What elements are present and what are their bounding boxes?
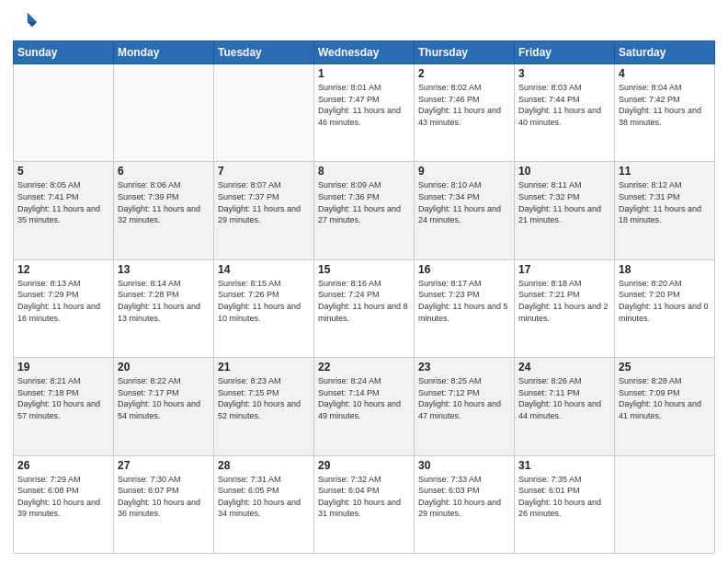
calendar-cell: 23Sunrise: 8:25 AMSunset: 7:12 PMDayligh… (415, 358, 515, 455)
calendar-table: SundayMondayTuesdayWednesdayThursdayFrid… (13, 40, 715, 554)
calendar-cell: 3Sunrise: 8:03 AMSunset: 7:44 PMDaylight… (515, 64, 615, 162)
calendar-cell: 1Sunrise: 8:01 AMSunset: 7:47 PMDaylight… (314, 64, 415, 162)
day-info: Sunrise: 8:18 AMSunset: 7:21 PMDaylight:… (518, 278, 610, 324)
day-number: 23 (418, 361, 510, 373)
day-info: Sunrise: 8:04 AMSunset: 7:42 PMDaylight:… (619, 82, 711, 128)
calendar-cell (114, 64, 214, 162)
day-info: Sunrise: 8:06 AMSunset: 7:39 PMDaylight:… (118, 179, 210, 225)
day-info: Sunrise: 8:28 AMSunset: 7:09 PMDaylight:… (619, 375, 711, 421)
page: SundayMondayTuesdayWednesdayThursdayFrid… (0, 0, 728, 563)
day-info: Sunrise: 8:11 AMSunset: 7:32 PMDaylight:… (518, 179, 610, 225)
day-info: Sunrise: 8:07 AMSunset: 7:37 PMDaylight:… (218, 179, 310, 225)
day-info: Sunrise: 8:15 AMSunset: 7:26 PMDaylight:… (218, 278, 310, 324)
header (13, 9, 715, 35)
day-number: 11 (619, 165, 711, 178)
day-info: Sunrise: 8:23 AMSunset: 7:15 PMDaylight:… (218, 375, 310, 421)
weekday-header: Tuesday (214, 41, 314, 64)
day-info: Sunrise: 8:13 AMSunset: 7:29 PMDaylight:… (17, 278, 109, 324)
day-info: Sunrise: 8:26 AMSunset: 7:11 PMDaylight:… (518, 375, 610, 421)
svg-marker-1 (28, 22, 38, 27)
day-info: Sunrise: 7:30 AMSunset: 6:07 PMDaylight:… (118, 474, 210, 520)
weekday-header: Friday (515, 41, 615, 64)
calendar-cell: 21Sunrise: 8:23 AMSunset: 7:15 PMDayligh… (214, 358, 314, 455)
day-number: 7 (218, 165, 310, 178)
day-info: Sunrise: 8:22 AMSunset: 7:17 PMDaylight:… (118, 375, 210, 421)
calendar-week-row: 19Sunrise: 8:21 AMSunset: 7:18 PMDayligh… (14, 358, 715, 455)
day-number: 17 (518, 263, 610, 276)
calendar-week-row: 5Sunrise: 8:05 AMSunset: 7:41 PMDaylight… (14, 162, 715, 259)
day-number: 24 (518, 361, 610, 373)
day-number: 29 (318, 459, 410, 472)
day-number: 4 (619, 67, 711, 80)
calendar-cell: 18Sunrise: 8:20 AMSunset: 7:20 PMDayligh… (615, 259, 715, 357)
calendar-cell: 25Sunrise: 8:28 AMSunset: 7:09 PMDayligh… (615, 358, 715, 455)
calendar-cell: 29Sunrise: 7:32 AMSunset: 6:04 PMDayligh… (314, 455, 415, 553)
day-number: 18 (619, 263, 711, 276)
day-info: Sunrise: 8:21 AMSunset: 7:18 PMDaylight:… (17, 375, 109, 421)
day-number: 1 (318, 67, 410, 80)
day-info: Sunrise: 7:35 AMSunset: 6:01 PMDaylight:… (518, 474, 610, 520)
calendar-cell: 31Sunrise: 7:35 AMSunset: 6:01 PMDayligh… (515, 455, 615, 553)
calendar-cell: 20Sunrise: 8:22 AMSunset: 7:17 PMDayligh… (114, 358, 214, 455)
day-number: 15 (318, 263, 410, 276)
day-number: 10 (518, 165, 610, 178)
calendar-cell: 8Sunrise: 8:09 AMSunset: 7:36 PMDaylight… (314, 162, 415, 259)
calendar-cell: 13Sunrise: 8:14 AMSunset: 7:28 PMDayligh… (114, 259, 214, 357)
day-number: 12 (17, 263, 109, 276)
day-info: Sunrise: 8:12 AMSunset: 7:31 PMDaylight:… (619, 179, 711, 225)
calendar-cell (214, 64, 314, 162)
calendar-cell: 28Sunrise: 7:31 AMSunset: 6:05 PMDayligh… (214, 455, 314, 553)
day-info: Sunrise: 7:32 AMSunset: 6:04 PMDaylight:… (318, 474, 410, 520)
calendar-cell: 6Sunrise: 8:06 AMSunset: 7:39 PMDaylight… (114, 162, 214, 259)
day-number: 2 (418, 67, 510, 80)
calendar-cell: 12Sunrise: 8:13 AMSunset: 7:29 PMDayligh… (14, 259, 114, 357)
day-number: 20 (118, 361, 210, 373)
day-number: 6 (118, 165, 210, 178)
day-info: Sunrise: 8:24 AMSunset: 7:14 PMDaylight:… (318, 375, 410, 421)
calendar-cell: 11Sunrise: 8:12 AMSunset: 7:31 PMDayligh… (615, 162, 715, 259)
calendar-cell (14, 64, 114, 162)
day-number: 26 (17, 459, 109, 472)
day-info: Sunrise: 7:31 AMSunset: 6:05 PMDaylight:… (218, 474, 310, 520)
day-info: Sunrise: 8:09 AMSunset: 7:36 PMDaylight:… (318, 179, 410, 225)
day-number: 14 (218, 263, 310, 276)
day-number: 3 (518, 67, 610, 80)
calendar-cell: 16Sunrise: 8:17 AMSunset: 7:23 PMDayligh… (415, 259, 515, 357)
logo (13, 9, 40, 35)
day-number: 9 (418, 165, 510, 178)
calendar-week-row: 1Sunrise: 8:01 AMSunset: 7:47 PMDaylight… (14, 64, 715, 162)
day-info: Sunrise: 8:17 AMSunset: 7:23 PMDaylight:… (418, 278, 510, 324)
day-info: Sunrise: 7:33 AMSunset: 6:03 PMDaylight:… (418, 474, 510, 520)
calendar-week-row: 26Sunrise: 7:29 AMSunset: 6:08 PMDayligh… (14, 455, 715, 553)
day-info: Sunrise: 8:16 AMSunset: 7:24 PMDaylight:… (318, 278, 410, 324)
svg-marker-0 (28, 13, 38, 23)
calendar-cell: 19Sunrise: 8:21 AMSunset: 7:18 PMDayligh… (14, 358, 114, 455)
calendar-cell: 5Sunrise: 8:05 AMSunset: 7:41 PMDaylight… (14, 162, 114, 259)
calendar-cell: 9Sunrise: 8:10 AMSunset: 7:34 PMDaylight… (415, 162, 515, 259)
calendar-cell: 26Sunrise: 7:29 AMSunset: 6:08 PMDayligh… (14, 455, 114, 553)
weekday-header: Thursday (415, 41, 515, 64)
calendar-cell: 22Sunrise: 8:24 AMSunset: 7:14 PMDayligh… (314, 358, 415, 455)
day-info: Sunrise: 8:05 AMSunset: 7:41 PMDaylight:… (17, 179, 109, 225)
weekday-header: Wednesday (314, 41, 415, 64)
day-number: 28 (218, 459, 310, 472)
day-info: Sunrise: 8:25 AMSunset: 7:12 PMDaylight:… (418, 375, 510, 421)
logo-icon (13, 9, 39, 35)
calendar-cell: 24Sunrise: 8:26 AMSunset: 7:11 PMDayligh… (515, 358, 615, 455)
weekday-header: Sunday (14, 41, 114, 64)
day-info: Sunrise: 8:14 AMSunset: 7:28 PMDaylight:… (118, 278, 210, 324)
calendar-cell: 2Sunrise: 8:02 AMSunset: 7:46 PMDaylight… (415, 64, 515, 162)
day-info: Sunrise: 8:10 AMSunset: 7:34 PMDaylight:… (418, 179, 510, 225)
calendar-header-row: SundayMondayTuesdayWednesdayThursdayFrid… (14, 41, 715, 64)
calendar-cell (615, 455, 715, 553)
calendar-week-row: 12Sunrise: 8:13 AMSunset: 7:29 PMDayligh… (14, 259, 715, 357)
day-number: 31 (518, 459, 610, 472)
calendar-cell: 10Sunrise: 8:11 AMSunset: 7:32 PMDayligh… (515, 162, 615, 259)
calendar-cell: 17Sunrise: 8:18 AMSunset: 7:21 PMDayligh… (515, 259, 615, 357)
day-info: Sunrise: 8:20 AMSunset: 7:20 PMDaylight:… (619, 278, 711, 324)
calendar-cell: 7Sunrise: 8:07 AMSunset: 7:37 PMDaylight… (214, 162, 314, 259)
day-number: 21 (218, 361, 310, 373)
calendar-cell: 30Sunrise: 7:33 AMSunset: 6:03 PMDayligh… (415, 455, 515, 553)
day-number: 16 (418, 263, 510, 276)
weekday-header: Monday (114, 41, 214, 64)
